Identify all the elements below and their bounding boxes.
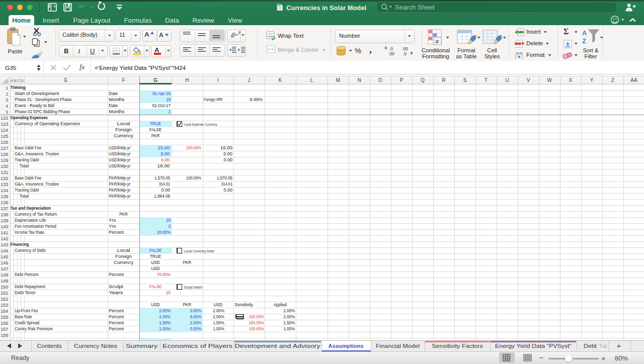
svg-text:Tra: Tra bbox=[599, 343, 607, 349]
svg-text:E: E bbox=[64, 77, 68, 83]
svg-text:G&A, Insurance, Trustee: G&A, Insurance, Trustee bbox=[15, 181, 59, 187]
svg-text:1.00%: 1.00% bbox=[159, 326, 171, 331]
svg-text:Local Currency Debt: Local Currency Debt bbox=[184, 249, 214, 253]
svg-text:Income Tax Rate: Income Tax Rate bbox=[15, 229, 44, 235]
svg-text:.0: .0 bbox=[403, 51, 407, 56]
svg-text:Z: Z bbox=[611, 77, 614, 83]
svg-text:J: J bbox=[248, 77, 250, 83]
svg-text:Total: Total bbox=[20, 193, 29, 199]
svg-text:137: 137 bbox=[1, 206, 8, 211]
svg-text:Depreciation Life: Depreciation Life bbox=[15, 217, 46, 223]
svg-text:Yrs: Yrs bbox=[109, 223, 116, 229]
svg-text:Applied: Applied bbox=[274, 302, 287, 307]
svg-text:G&A, Insurance, Trustee: G&A, Insurance, Trustee bbox=[15, 151, 59, 156]
svg-text:Currency: Currency bbox=[114, 259, 133, 265]
svg-text:Currency of Debt: Currency of Debt bbox=[15, 247, 45, 253]
svg-text:USD/kWp-yr: USD/kWp-yr bbox=[109, 157, 131, 162]
svg-text:X: X bbox=[569, 77, 573, 83]
svg-text:4: 4 bbox=[6, 104, 8, 109]
svg-text:TRUE: TRUE bbox=[150, 253, 162, 259]
svg-text:01-Oct-17: 01-Oct-17 bbox=[152, 103, 171, 108]
svg-text:Energy Yield Data "PVSyst": Energy Yield Data "PVSyst" bbox=[495, 343, 572, 349]
svg-text:2.00%: 2.00% bbox=[213, 314, 224, 319]
svg-text:20: 20 bbox=[166, 217, 171, 223]
svg-text:150: 150 bbox=[1, 285, 8, 290]
svg-text:M: M bbox=[336, 77, 340, 83]
svg-text:AA: AA bbox=[630, 77, 637, 83]
svg-text:W: W bbox=[547, 77, 552, 83]
svg-text:Base O&M Fee: Base O&M Fee bbox=[15, 145, 41, 150]
svg-text:128: 128 bbox=[1, 152, 8, 157]
svg-text:Event - Ready to Bid: Event - Ready to Bid bbox=[15, 103, 54, 108]
svg-text:1,570.05: 1,570.05 bbox=[217, 175, 233, 180]
svg-text:Percent: Percent bbox=[109, 271, 124, 277]
svg-text:USD: USD bbox=[214, 302, 223, 307]
svg-text:122: 122 bbox=[1, 116, 8, 121]
svg-text:Debt Tenor: Debt Tenor bbox=[15, 290, 36, 295]
svg-text:Percent: Percent bbox=[109, 320, 124, 325]
svg-text:Debt: Debt bbox=[584, 343, 597, 349]
svg-text:Y: Y bbox=[590, 77, 594, 83]
svg-text:135: 135 bbox=[1, 194, 8, 199]
svg-text:Currency: Currency bbox=[114, 133, 133, 138]
svg-text:314.01: 314.01 bbox=[221, 181, 233, 187]
svg-text:R: R bbox=[442, 77, 445, 83]
svg-text:USD: USD bbox=[151, 302, 160, 307]
svg-text:100.00%: 100.00% bbox=[186, 145, 202, 150]
svg-text:2.00%: 2.00% bbox=[190, 320, 202, 325]
svg-text:Foreign: Foreign bbox=[115, 127, 132, 132]
svg-text:6.00%: 6.00% bbox=[190, 314, 202, 319]
svg-text:152: 152 bbox=[1, 297, 8, 302]
svg-text:FALSE: FALSE bbox=[149, 127, 162, 132]
svg-text:O: O bbox=[378, 77, 382, 83]
svg-text:18: 18 bbox=[167, 97, 171, 102]
svg-text:U: U bbox=[505, 77, 509, 83]
svg-text:125: 125 bbox=[1, 134, 8, 139]
svg-text:2.00%: 2.00% bbox=[159, 308, 171, 313]
svg-text:156: 156 bbox=[1, 321, 8, 326]
svg-text:Currencies in Solar Model: Currencies in Solar Model bbox=[286, 4, 366, 12]
svg-text:FALSE: FALSE bbox=[149, 247, 162, 253]
svg-text:1.50%: 1.50% bbox=[159, 320, 171, 325]
svg-text:I: I bbox=[217, 77, 219, 83]
svg-text:123: 123 bbox=[1, 122, 8, 127]
svg-text:Total: Total bbox=[20, 163, 29, 168]
svg-text:Date: Date bbox=[109, 103, 118, 108]
svg-text:0.00: 0.00 bbox=[224, 157, 233, 162]
svg-text:Months: Months bbox=[109, 109, 124, 114]
svg-text:Contry Risk Premium: Contry Risk Premium bbox=[15, 326, 53, 331]
svg-text:0.00: 0.00 bbox=[224, 187, 233, 193]
svg-text:S: S bbox=[463, 77, 467, 83]
svg-text:153: 153 bbox=[1, 303, 8, 308]
svg-text:1,884.06: 1,884.06 bbox=[154, 193, 170, 199]
svg-text:USD: USD bbox=[151, 265, 160, 271]
svg-text:A: A bbox=[582, 29, 587, 37]
svg-text:Assumptions: Assumptions bbox=[329, 343, 364, 349]
svg-text:Economics of Players: Economics of Players bbox=[163, 343, 232, 349]
svg-text:9.49%: 9.49% bbox=[250, 97, 263, 102]
svg-text:15.00: 15.00 bbox=[220, 145, 233, 150]
svg-text:USD/kWp-yr: USD/kWp-yr bbox=[109, 163, 131, 168]
svg-text:126: 126 bbox=[1, 140, 8, 145]
svg-text:148: 148 bbox=[1, 272, 8, 278]
svg-text:.0: .0 bbox=[389, 46, 393, 51]
svg-text:0.00: 0.00 bbox=[162, 187, 171, 193]
svg-text:1.00%: 1.00% bbox=[284, 326, 295, 331]
svg-text:2.00%: 2.00% bbox=[284, 308, 295, 313]
svg-text:15.00: 15.00 bbox=[157, 145, 170, 150]
svg-text:F: F bbox=[122, 77, 125, 83]
svg-text:124: 124 bbox=[1, 128, 8, 133]
svg-text:2.00%: 2.00% bbox=[159, 314, 171, 319]
svg-text:2.00%: 2.00% bbox=[284, 314, 295, 319]
svg-text:Development and Advisory: Development and Advisory bbox=[235, 343, 320, 349]
svg-text:141: 141 bbox=[1, 230, 8, 235]
svg-text:1,570.05: 1,570.05 bbox=[154, 175, 171, 180]
svg-text:100.00%: 100.00% bbox=[249, 314, 265, 319]
svg-text:Local: Local bbox=[117, 247, 130, 253]
svg-text:H: H bbox=[185, 77, 189, 83]
svg-text:1.50%: 1.50% bbox=[284, 320, 295, 325]
svg-text:154: 154 bbox=[1, 309, 8, 314]
svg-text:70.00%: 70.00% bbox=[157, 271, 171, 277]
svg-text:Sculpt Switch: Sculpt Switch bbox=[184, 286, 203, 290]
svg-text:PKR/kWp-yr: PKR/kWp-yr bbox=[109, 175, 131, 180]
